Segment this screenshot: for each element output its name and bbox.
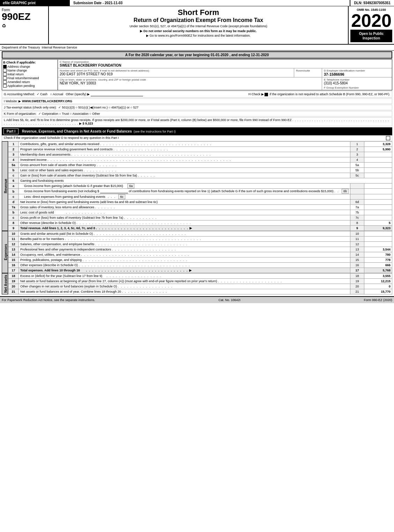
dln-number: DLN: 93492307005351 [350,0,394,6]
table-row: 8 Other revenue (describe in Schedule O)… [8,220,392,226]
row-desc-3: Membership dues and assessments . . . . … [19,152,350,157]
schedule-o-check: Check if the organization used Schedule … [2,135,392,141]
row-desc-8: Other revenue (describe in Schedule O) .… [19,220,350,226]
row-lineref-12: 12 [350,242,364,247]
efile-label: efile GRAPHIC print [0,0,70,6]
table-row: 2 Program service revenue including gove… [8,147,392,152]
row-desc-6a: Gross income from gaming (attach Schedul… [19,183,350,189]
application-pending-checkbox[interactable] [3,84,7,88]
row-lineref-5c: 5c [350,173,364,178]
row-desc-15: Printing, publications, postage, and shi… [19,257,350,263]
accounting-left: G Accounting Method: ✓ Cash ○ Accrual Ot… [4,92,248,96]
tax-exempt-options: ✓ 501(c)(3) ○ 501(c)( )◀(insert no.) ○ 4… [58,106,139,109]
row-num-7a: 7a [8,205,19,210]
h-text: if the organization is not required to a… [270,92,390,96]
expenses-table: 10 Grants and similar amounts paid (list… [8,231,392,273]
table-row: 10 Grants and similar amounts paid (list… [8,231,392,237]
row-num-14: 14 [8,252,19,257]
row-desc-2: Program service revenue including govern… [19,147,350,152]
row-num-11: 11 [8,237,19,242]
row-lineref-14: 14 [350,252,364,257]
address-change-checkbox[interactable] [3,65,7,68]
h-checkbox[interactable] [265,93,268,96]
table-row: 20 Other changes in net assets or fund b… [8,284,392,289]
row-amount-9: 9,323 [364,226,392,231]
row-num-17: 17 [8,268,19,273]
row-amount-16: 666 [364,263,392,268]
row-lineref-6c [350,194,364,200]
row-amount-7c [364,215,392,220]
part1-label: Part I [3,128,18,134]
org-city-label: City or town, state or province, country… [60,78,320,81]
row-desc-7c: Gross profit or (loss) from sales of inv… [19,215,350,220]
row-desc-12: Salaries, other compensation, and employ… [19,242,350,247]
form-org-options: ✓ Corporation ○ Trust ○ Association ○ Ot… [38,112,100,115]
org-name-value: SWEET BLACKBERRY FOUNDATION [60,63,390,67]
initial-return-checkbox[interactable] [3,73,7,76]
row-amount-3 [364,152,392,157]
row-lineref-7c: 7c [350,215,364,220]
expenses-section-label: Expenses [2,231,8,273]
part1-header: Part I Revenue, Expenses, and Changes in… [2,127,392,135]
recycle-icon: ♻ [2,23,46,29]
row-amount-20: 0 [364,284,392,289]
table-row: b Less: cost or other basis and sales ex… [8,168,392,173]
final-return-checkbox[interactable] [3,76,7,80]
row-desc-6b: Gross income from fundraising events (no… [19,189,350,194]
no-ssn-notice: ▶ Do not enter social security numbers o… [52,29,344,33]
row-num-16: 16 [8,263,19,268]
row-num-18: 18 [8,274,19,279]
table-row: 7a Gross sales of inventory, less return… [8,205,392,210]
row-num-7b: b [8,210,19,215]
row-amount-5c [364,173,392,178]
check-amended-return: Amended return [3,80,57,84]
amended-return-checkbox[interactable] [3,80,7,84]
tax-year: 2020 [351,12,392,30]
row-desc-5c: Gain or (loss) from sale of assets other… [19,173,350,178]
row-num-6d: d [8,200,19,205]
row-desc-5b: Less: cost or other basis and sales expe… [19,168,350,173]
add-lines-arrow: ▶ [79,122,82,125]
row-num-1: 1 [8,142,19,147]
h-label: H Check ▶ [248,92,264,96]
row-desc-1: Contributions, gifts, grants, and simila… [19,142,350,147]
row-amount-8: 5 [364,220,392,226]
tax-year-row: A For the 2020 calendar year, or tax yea… [2,51,392,59]
row-num-8: 8 [8,220,19,226]
table-row: 1 Contributions, gifts, grants, and simi… [8,142,392,147]
row-lineref-20: 20 [350,284,364,289]
row-lineref-15: 15 [350,257,364,263]
row-desc-14: Occupancy, rent, utilities, and maintena… [19,252,350,257]
row-num-6a: a [8,183,19,189]
row-lineref-11: 11 [350,237,364,242]
table-row: c Gain or (loss) from sale of assets oth… [8,173,392,178]
row-amount-7b [364,210,392,215]
org-room-label: Room/suite [296,69,320,72]
row-lineref-18: 18 [350,274,364,279]
acct-accrual: ○ Accrual [50,92,63,96]
year-section: OMB No. 1545-1150 2020 Open to Public In… [349,6,394,44]
row-amount-6b [364,189,392,194]
row-num-4: 4 [8,157,19,163]
add-lines-amount: $ 9,323 [83,122,93,125]
row-desc-21: Net assets or fund balances at end of ye… [19,289,350,294]
row-lineref-5b: 5b [350,168,364,173]
table-row: b Less: cost of goods sold . . . . . . .… [8,210,392,215]
schedule-o-checkbox[interactable] [386,136,390,140]
table-row: 19 Net assets or fund balances at beginn… [8,279,392,284]
table-row: 4 Investment income . . . . . . . . . . … [8,157,392,163]
row-desc-7b: Less: cost of goods sold . . . . . . . .… [19,210,350,215]
dept-label: Department of the Treasury [2,46,40,49]
row-lineref-16: 16 [350,263,364,268]
name-change-checkbox[interactable] [3,69,7,72]
row-amount-18: 3,555 [364,274,392,279]
org-address-row: Number and street (or P.O. box, if mail … [58,68,392,77]
submission-date: Submission Date - 2021-11-03 [70,0,350,6]
part1-subtitle: (see the instructions for Part I) [134,130,176,133]
org-name-label: C Name of organization [60,60,390,63]
org-phone-value: (310) 415-5804 [324,81,390,85]
website-section: I Website: ▶ WWW.SWEETBLACKBERRY.ORG [2,98,392,104]
add-lines-section: L Add lines 5b, 6c, and 7b to line 9 to … [2,117,392,126]
table-row: 11 Benefits paid to or for members . . .… [8,237,392,242]
org-group-label: F Group Exemption Number [324,86,390,89]
